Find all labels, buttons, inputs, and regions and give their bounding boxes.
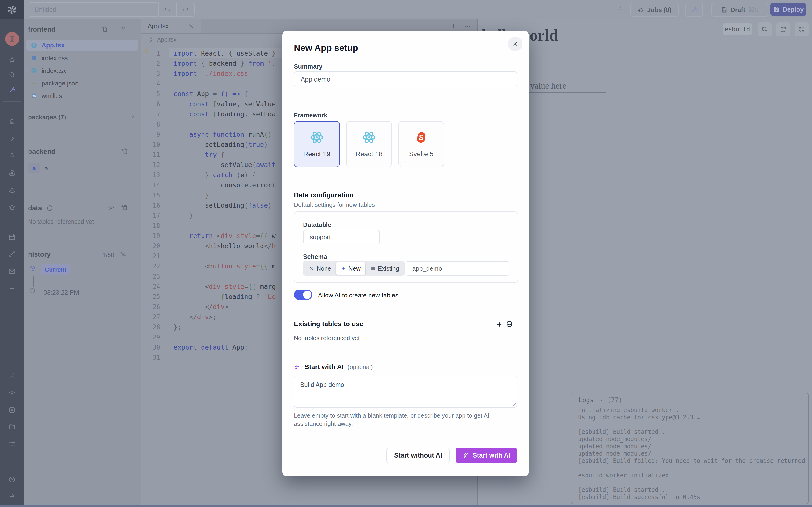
button-sparkles-icon bbox=[462, 452, 469, 459]
rail-star-icon[interactable] bbox=[7, 55, 17, 65]
backend-badge-label: a bbox=[33, 165, 36, 172]
schema-option-none[interactable]: None bbox=[304, 262, 336, 275]
breadcrumb[interactable]: App.tsx bbox=[148, 36, 176, 43]
history-node-icon bbox=[29, 287, 36, 294]
rail-play-icon[interactable] bbox=[7, 134, 17, 144]
line-number: 18 bbox=[141, 221, 160, 231]
deploy-label: Deploy bbox=[783, 6, 804, 13]
file-name: wmill.ts bbox=[42, 92, 62, 100]
app-title-input[interactable]: Untitled bbox=[29, 2, 159, 17]
refresh-preview-button[interactable] bbox=[795, 22, 809, 37]
windmill-logo[interactable] bbox=[0, 0, 24, 19]
draft-shortcut: ⌘S bbox=[748, 6, 759, 14]
rail-expand-icon[interactable] bbox=[7, 492, 17, 501]
more-menu-button[interactable] bbox=[617, 4, 623, 11]
redo-button[interactable] bbox=[176, 3, 194, 16]
rail-folder-icon[interactable] bbox=[7, 422, 17, 432]
code-line: return <div style={{ w bbox=[173, 231, 276, 241]
tab-close-button[interactable] bbox=[188, 23, 195, 30]
backend-add-file-button[interactable] bbox=[121, 148, 128, 155]
rail-help-icon[interactable] bbox=[7, 475, 17, 484]
rail-wand-icon[interactable] bbox=[7, 85, 17, 95]
textarea-resize-handle[interactable] bbox=[511, 401, 517, 406]
ai-wand-button[interactable] bbox=[686, 3, 703, 17]
rail-list-icon[interactable] bbox=[7, 439, 17, 449]
file-item-index.tsx[interactable]: index.tsx bbox=[26, 65, 138, 76]
add-snapshot-icon bbox=[120, 250, 126, 258]
rail-add-icon[interactable] bbox=[7, 283, 17, 293]
editor-tab-apptsx[interactable]: App.tsx bbox=[141, 19, 201, 33]
history-current-badge[interactable]: Current bbox=[41, 264, 70, 275]
ai-prompt-textarea[interactable]: Build App demo bbox=[294, 376, 517, 407]
rail-settings-icon[interactable] bbox=[7, 388, 17, 397]
draft-button[interactable]: Draft ⌘S bbox=[711, 3, 768, 17]
redo-icon bbox=[182, 6, 189, 13]
existing-tables-title: Existing tables to use bbox=[294, 320, 363, 328]
rail-route-icon[interactable] bbox=[7, 249, 17, 259]
add-file-button[interactable] bbox=[101, 25, 107, 32]
undo-button[interactable] bbox=[159, 3, 176, 16]
code-line: <h1>hello world</h bbox=[173, 241, 276, 251]
rail-home-icon[interactable] bbox=[7, 116, 17, 126]
schema-option-existing[interactable]: Existing bbox=[365, 262, 404, 275]
ts-file-icon: TS bbox=[31, 93, 37, 99]
rail-worker-settings-icon[interactable] bbox=[7, 405, 17, 415]
modal-close-button[interactable] bbox=[508, 37, 522, 51]
undo-icon bbox=[164, 6, 171, 13]
file-item-package.json[interactable]: {}package.json bbox=[26, 78, 138, 89]
backend-item-label[interactable]: a bbox=[45, 165, 48, 172]
logs-panel[interactable]: Logs (77) Initializing esbuild worker...… bbox=[571, 393, 809, 504]
rail-dollar-icon[interactable] bbox=[7, 151, 17, 160]
rail-school-icon[interactable] bbox=[7, 203, 17, 213]
file-item-wmill.ts[interactable]: TSwmill.ts bbox=[26, 90, 138, 101]
schema-name-input[interactable] bbox=[406, 261, 509, 276]
file-item-App.tsx[interactable]: App.tsx bbox=[26, 40, 138, 51]
tab-label: App.tsx bbox=[148, 22, 169, 30]
backend-item-badge[interactable]: a bbox=[28, 163, 40, 173]
logs-title[interactable]: Logs bbox=[578, 396, 594, 404]
logs-dropdown-icon[interactable] bbox=[597, 397, 604, 403]
framework-card-react-18[interactable]: React 18 bbox=[346, 121, 392, 167]
file-item-index.css[interactable]: index.css bbox=[26, 53, 138, 64]
start-without-ai-button[interactable]: Start without AI bbox=[387, 448, 450, 463]
deploy-button[interactable]: Deploy bbox=[770, 3, 806, 16]
data-settings-button[interactable] bbox=[108, 204, 114, 211]
close-icon bbox=[512, 41, 519, 47]
existing-tables-db-button[interactable] bbox=[506, 321, 513, 327]
editor-more-button[interactable] bbox=[464, 23, 471, 30]
data-info-icon[interactable] bbox=[46, 205, 53, 212]
start-with-ai-button[interactable]: Start with AI bbox=[456, 448, 517, 463]
rail-search-icon[interactable] bbox=[7, 70, 17, 80]
rail-calendar-icon[interactable] bbox=[7, 232, 17, 242]
history-timestamp[interactable]: 03:23:22 PM bbox=[44, 289, 79, 296]
framework-card-react-19[interactable]: React 19 bbox=[294, 121, 340, 167]
ban-icon bbox=[309, 266, 314, 271]
inspect-element-button[interactable] bbox=[758, 22, 772, 37]
history-snapshot-button[interactable] bbox=[120, 250, 126, 258]
allow-ai-toggle[interactable] bbox=[294, 290, 312, 300]
rail-mail-icon[interactable] bbox=[7, 267, 17, 276]
svg-text:TS: TS bbox=[33, 95, 36, 97]
rail-pyramid-icon[interactable] bbox=[7, 185, 17, 195]
kebab-menu-icon bbox=[617, 4, 623, 11]
existing-tables-add-button[interactable] bbox=[496, 321, 503, 328]
open-external-button[interactable] bbox=[776, 22, 790, 37]
rail-resources-icon[interactable] bbox=[7, 168, 17, 178]
split-editor-button[interactable] bbox=[452, 23, 459, 30]
summary-input[interactable] bbox=[294, 71, 517, 88]
add-folder-button[interactable] bbox=[121, 25, 128, 32]
schema-option-new[interactable]: New bbox=[336, 262, 365, 275]
rail-workspace-icon[interactable] bbox=[5, 32, 19, 46]
ai-helper-text: Leave empty to start with a blank templa… bbox=[294, 411, 500, 428]
datatable-input[interactable] bbox=[303, 230, 380, 244]
rail-user-icon[interactable] bbox=[7, 370, 17, 380]
framework-card-svelte-5[interactable]: SSvelte 5 bbox=[398, 121, 444, 167]
data-add-table-button[interactable] bbox=[121, 204, 128, 211]
new-app-setup-modal: New App setup Summary Framework React 19… bbox=[282, 31, 529, 476]
jobs-button[interactable]: Jobs (0) bbox=[630, 3, 678, 17]
packages-chevron[interactable] bbox=[130, 113, 136, 120]
esbuild-badge[interactable]: esbuild bbox=[723, 23, 752, 35]
packages-toggle[interactable]: packages (7) bbox=[28, 113, 66, 121]
json-file-icon: {} bbox=[31, 80, 37, 87]
data-config-box: Datatable Schema NoneNewExisting bbox=[294, 212, 518, 283]
